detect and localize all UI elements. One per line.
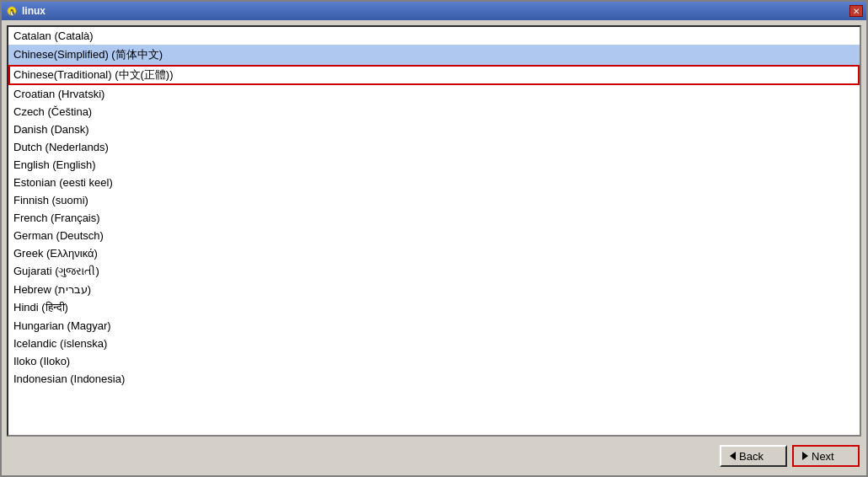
list-item[interactable]: Iloko (Iloko) (8, 352, 860, 370)
back-arrow-icon (730, 452, 736, 460)
close-button[interactable]: ✕ (849, 5, 863, 17)
button-bar: Back Next (7, 442, 861, 470)
list-item[interactable]: Icelandic (íslenska) (8, 335, 860, 352)
list-item[interactable]: Danish (Dansk) (8, 121, 860, 138)
list-item[interactable]: Greek (Ελληνικά) (8, 244, 860, 262)
next-arrow-icon (802, 452, 808, 460)
next-label: Next (812, 450, 834, 463)
list-item[interactable]: Hindi (हिन्दी) (8, 298, 860, 317)
back-label: Back (739, 450, 764, 463)
window-title: linux (22, 5, 846, 17)
back-button[interactable]: Back (720, 445, 787, 467)
window-content: Catalan (Català)Chinese(Simplified) (简体中… (2, 20, 866, 475)
list-item[interactable]: Gujarati (ગુજરાતી) (8, 262, 860, 281)
svg-text:🐧: 🐧 (8, 8, 16, 16)
list-item[interactable]: Chinese(Simplified) (简体中文) (8, 45, 860, 65)
main-window: 🐧 linux ✕ Catalan (Català)Chinese(Simpli… (0, 0, 868, 477)
list-item[interactable]: Czech (Čeština) (8, 103, 860, 121)
list-item[interactable]: Catalan (Català) (8, 27, 860, 45)
list-item[interactable]: Chinese(Traditional) (中文(正體)) (8, 65, 860, 85)
window-icon: 🐧 (5, 4, 19, 18)
list-item[interactable]: Indonesian (Indonesia) (8, 370, 860, 388)
list-item[interactable]: Finnish (suomi) (8, 191, 860, 209)
list-item[interactable]: French (Français) (8, 209, 860, 227)
list-item[interactable]: Hungarian (Magyar) (8, 317, 860, 335)
list-item[interactable]: German (Deutsch) (8, 227, 860, 244)
list-item[interactable]: English (English) (8, 156, 860, 174)
list-item[interactable]: Dutch (Nederlands) (8, 138, 860, 156)
next-button[interactable]: Next (792, 445, 860, 467)
language-list-container: Catalan (Català)Chinese(Simplified) (简体中… (7, 25, 861, 437)
list-item[interactable]: Hebrew (עברית) (8, 281, 860, 298)
language-list-scroll[interactable]: Catalan (Català)Chinese(Simplified) (简体中… (8, 27, 860, 435)
title-bar: 🐧 linux ✕ (2, 2, 866, 20)
list-item[interactable]: Estonian (eesti keel) (8, 174, 860, 191)
list-item[interactable]: Croatian (Hrvatski) (8, 85, 860, 103)
